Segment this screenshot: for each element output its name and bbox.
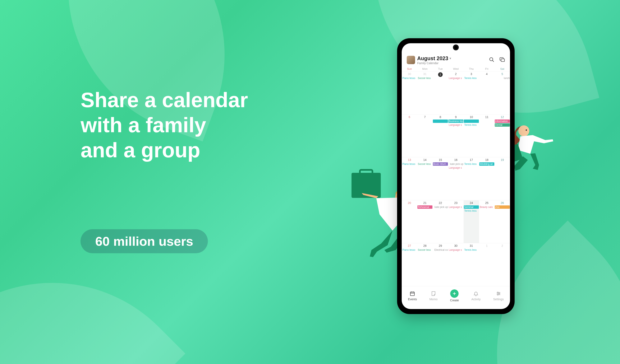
event-chip[interactable]: Piano lesso xyxy=(402,248,417,252)
calendar-day-cell[interactable]: 25Beauty salo xyxy=(479,200,495,243)
event-chip[interactable]: Business trip xyxy=(448,119,463,123)
day-number: 11 xyxy=(485,115,488,119)
event-chip[interactable]: Language s xyxy=(448,248,463,252)
event-chip[interactable]: Dental xyxy=(495,123,510,127)
headline-line: with a family xyxy=(80,112,248,137)
calendar-day-cell[interactable]: 31Soccer less xyxy=(417,72,433,114)
event-chip[interactable]: Soccer less xyxy=(417,162,433,166)
event-chip[interactable]: Soccer less xyxy=(417,248,433,252)
calendar-day-cell[interactable]: 27Piano lesso xyxy=(402,243,417,286)
day-number: 26 xyxy=(501,201,504,204)
nav-memo[interactable]: Memo xyxy=(430,291,438,301)
event-chip[interactable]: Zoo xyxy=(495,205,510,209)
event-chip[interactable]: Language s xyxy=(448,76,463,80)
calendar-day-cell[interactable]: 11 xyxy=(479,115,495,157)
event-chip[interactable]: Beauty salo xyxy=(479,205,494,209)
event-chip[interactable]: Electrical co xyxy=(433,248,448,252)
calendar-day-cell[interactable]: 3Tennis less xyxy=(464,72,479,114)
svg-point-5 xyxy=(490,58,493,61)
calendar-day-cell[interactable]: 1 xyxy=(433,72,448,114)
calendar-day-cell[interactable]: 23Language s xyxy=(448,200,464,243)
nav-label: Settings xyxy=(493,298,504,301)
phone-mockup: August 2023 ▾ Family Calendar Sun Mon xyxy=(397,38,515,314)
nav-activity[interactable]: Activity xyxy=(471,291,480,301)
svg-point-4 xyxy=(526,129,527,131)
event-chip[interactable] xyxy=(433,119,448,123)
weekday-label: Sat xyxy=(495,67,510,71)
event-chip[interactable]: Tennis less xyxy=(464,248,479,252)
calendar-title: August 2023 xyxy=(417,55,448,61)
event-chip[interactable]: Language s xyxy=(448,166,463,169)
calendar-day-cell[interactable]: 12InformationDental xyxy=(495,115,510,157)
nav-create[interactable]: Create xyxy=(450,289,459,302)
memo-icon xyxy=(430,291,437,297)
calendar-day-cell[interactable]: 1 xyxy=(479,243,495,286)
day-number: 20 xyxy=(408,201,411,204)
chat-icon[interactable] xyxy=(499,57,505,63)
day-number: 17 xyxy=(470,158,473,161)
event-chip[interactable]: Piano lesso xyxy=(402,162,417,166)
nav-settings[interactable]: Settings xyxy=(493,291,504,301)
calendar-avatar[interactable] xyxy=(407,56,415,64)
event-chip[interactable]: Information xyxy=(495,119,510,123)
headline-line: Share a calendar xyxy=(80,87,248,112)
calendar-day-cell[interactable]: 18Wedding an xyxy=(479,157,495,200)
event-chip[interactable]: kate pick up xyxy=(448,162,463,166)
event-chip[interactable]: Tennis less xyxy=(464,209,479,213)
calendar-day-cell[interactable]: 17Tennis less xyxy=(464,157,479,200)
calendar-day-cell[interactable]: 30Language s xyxy=(448,243,464,286)
event-chip[interactable] xyxy=(464,119,479,123)
calendar-day-cell[interactable]: 26Zoo xyxy=(495,200,510,243)
event-chip[interactable]: Tennis less xyxy=(464,162,479,166)
day-number: 13 xyxy=(408,158,411,161)
day-number: 15 xyxy=(439,158,442,161)
event-chip[interactable]: lunch xyxy=(495,76,510,80)
calendar-day-cell[interactable]: 5lunch xyxy=(495,72,510,114)
event-chip[interactable]: Seminar xyxy=(464,205,479,209)
event-chip[interactable]: Wedding an xyxy=(479,162,494,166)
event-chip[interactable]: Piano lesso xyxy=(402,76,417,80)
event-chip[interactable]: Language s xyxy=(448,205,463,209)
nav-events[interactable]: Events xyxy=(408,291,417,301)
event-chip[interactable]: Tennis less xyxy=(464,123,479,127)
calendar-day-cell[interactable]: 28Soccer less xyxy=(417,243,433,286)
nav-label: Activity xyxy=(471,298,480,301)
event-chip[interactable]: Rehearsal xyxy=(417,205,433,209)
day-number: 1 xyxy=(438,72,443,77)
calendar-day-cell[interactable]: 10 Tennis less xyxy=(464,115,479,157)
calendar-day-cell[interactable]: 21Rehearsal xyxy=(417,200,433,243)
day-number: 24 xyxy=(470,201,473,204)
calendar-week-row: 2021Rehearsal22kate pick up23Language s2… xyxy=(402,200,510,243)
calendar-day-cell[interactable]: 20 xyxy=(402,200,417,243)
search-icon[interactable] xyxy=(489,57,495,63)
calendar-day-cell[interactable]: 22kate pick up xyxy=(433,200,448,243)
calendar-title-block[interactable]: August 2023 ▾ Family Calendar xyxy=(417,55,451,65)
calendar-day-cell[interactable]: 7 xyxy=(417,115,433,157)
event-chip[interactable]: Language s xyxy=(448,123,463,127)
event-chip[interactable]: Book return xyxy=(433,162,448,166)
calendar-day-cell[interactable]: 16kate pick upLanguage s xyxy=(448,157,464,200)
calendar-day-cell[interactable]: 13Piano lesso xyxy=(402,157,417,200)
calendar-day-cell[interactable]: 14Soccer less xyxy=(417,157,433,200)
calendar-grid[interactable]: 30Piano lesso31Soccer less12Language s3T… xyxy=(402,71,510,286)
event-chip[interactable]: kate pick up xyxy=(433,205,448,209)
day-number: 27 xyxy=(408,244,411,248)
calendar-day-cell[interactable]: 8 xyxy=(433,115,448,157)
calendar-day-cell[interactable]: 30Piano lesso xyxy=(402,72,417,114)
event-chip[interactable]: Tennis less xyxy=(464,76,479,80)
calendar-day-cell[interactable]: 31Tennis less xyxy=(464,243,479,286)
calendar-day-cell[interactable]: 6 xyxy=(402,115,417,157)
calendar-day-cell[interactable]: 15Book return xyxy=(433,157,448,200)
bell-icon xyxy=(473,291,479,297)
day-number: 9 xyxy=(455,115,457,119)
calendar-day-cell[interactable]: 29Electrical co xyxy=(433,243,448,286)
calendar-day-cell[interactable]: 19 xyxy=(495,157,510,200)
svg-point-18 xyxy=(499,293,499,294)
svg-point-20 xyxy=(497,294,498,295)
calendar-day-cell[interactable]: 2 xyxy=(495,243,510,286)
calendar-day-cell[interactable]: 2Language s xyxy=(448,72,464,114)
event-chip[interactable]: Soccer less xyxy=(417,76,433,80)
calendar-day-cell[interactable]: 9Business tripLanguage s xyxy=(448,115,464,157)
calendar-day-cell[interactable]: 4 xyxy=(479,72,495,114)
calendar-day-cell[interactable]: 24SeminarTennis less xyxy=(464,200,479,243)
